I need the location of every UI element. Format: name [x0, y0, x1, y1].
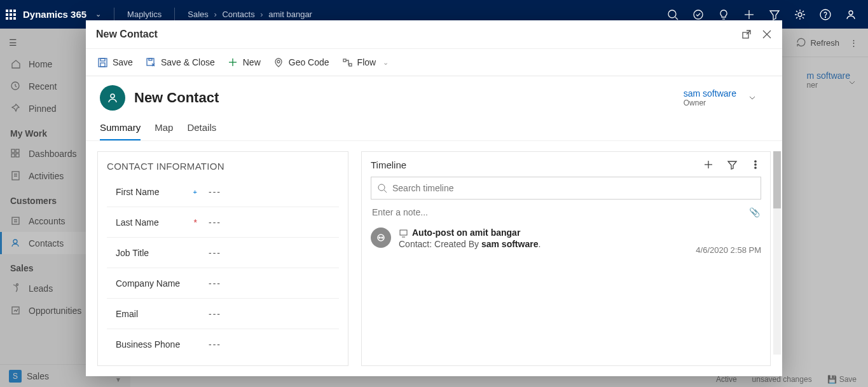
- brand-label[interactable]: Dynamics 365: [23, 9, 86, 20]
- svg-point-7: [820, 10, 830, 20]
- chevron-down-icon: ⌄: [383, 58, 389, 67]
- search-icon: [378, 184, 387, 193]
- tab-map[interactable]: Map: [155, 122, 173, 140]
- bulb-icon[interactable]: [718, 9, 729, 20]
- svg-rect-24: [100, 58, 105, 61]
- geocode-button[interactable]: Geo Code: [273, 57, 329, 68]
- svg-line-40: [384, 190, 387, 193]
- new-plus-icon: [228, 57, 238, 68]
- timeline-more-icon[interactable]: [750, 160, 761, 170]
- svg-point-33: [111, 94, 114, 98]
- svg-point-8: [825, 17, 826, 17]
- required-indicator: *: [194, 217, 197, 227]
- contact-info-heading: CONTACT INFORMATION: [98, 161, 348, 177]
- svg-point-30: [277, 60, 280, 63]
- note-placeholder: Enter a note...: [372, 207, 428, 217]
- svg-rect-27: [149, 58, 152, 60]
- record-title: New Contact: [134, 90, 219, 106]
- svg-point-36: [755, 161, 756, 162]
- popout-icon[interactable]: [741, 29, 752, 39]
- svg-point-39: [378, 184, 385, 191]
- location-icon: [273, 57, 284, 68]
- user-icon[interactable]: [845, 9, 857, 20]
- flow-icon: [342, 57, 353, 68]
- timeline-heading: Timeline: [371, 160, 406, 170]
- filter-icon[interactable]: [769, 9, 780, 20]
- modal-command-bar: Save Save & Close New Geo Code Flow ⌄: [86, 48, 782, 76]
- search-icon[interactable]: [667, 9, 679, 20]
- recommended-indicator: +: [193, 188, 197, 196]
- owner-name: sam software: [684, 88, 736, 98]
- field-job-title[interactable]: Job Title ---: [107, 238, 339, 268]
- timeline-post: Auto-post on amit bangar Contact: Create…: [371, 227, 761, 255]
- timeline-add-icon[interactable]: [703, 160, 714, 170]
- field-email[interactable]: Email ---: [107, 299, 339, 329]
- breadcrumb-contacts[interactable]: Contacts: [222, 10, 254, 19]
- svg-point-2: [694, 10, 703, 19]
- autopost-icon: [399, 228, 408, 238]
- svg-point-9: [849, 11, 853, 15]
- timeline-note-input[interactable]: Enter a note... 📎: [371, 206, 761, 219]
- contact-avatar-icon: [107, 92, 118, 104]
- new-contact-modal: New Contact Save Save & Close New Geo Co…: [86, 20, 782, 376]
- modal-scrollbar[interactable]: [773, 151, 781, 355]
- svg-point-6: [798, 13, 802, 17]
- plus-icon[interactable]: [743, 9, 755, 20]
- field-business-phone[interactable]: Business Phone ---: [107, 329, 339, 360]
- brand-chevron-icon[interactable]: ⌄: [95, 10, 101, 18]
- tab-details[interactable]: Details: [187, 122, 216, 140]
- robot-icon: [376, 233, 386, 243]
- owner-role: Owner: [684, 98, 736, 107]
- task-icon[interactable]: [692, 9, 704, 20]
- breadcrumb-sales[interactable]: Sales: [188, 10, 209, 19]
- svg-point-42: [379, 237, 380, 238]
- timeline-search[interactable]: Search timeline: [371, 177, 761, 200]
- gear-icon[interactable]: [794, 9, 806, 20]
- save-button[interactable]: Save: [97, 57, 133, 68]
- app-name[interactable]: Maplytics: [127, 10, 162, 19]
- attachment-icon[interactable]: 📎: [749, 207, 760, 217]
- post-title: Auto-post on amit bangar: [412, 227, 520, 238]
- svg-point-37: [755, 164, 756, 165]
- svg-rect-31: [343, 59, 346, 62]
- save-close-icon: [146, 57, 156, 68]
- svg-point-38: [755, 167, 756, 168]
- field-first-name[interactable]: First Name+ ---: [107, 177, 339, 207]
- save-icon: [97, 57, 108, 68]
- post-author: sam software: [481, 239, 538, 249]
- svg-rect-25: [100, 63, 105, 67]
- record-avatar: [100, 85, 125, 111]
- post-avatar: [371, 227, 391, 248]
- post-date: 4/6/2020 2:58 PM: [696, 227, 761, 255]
- record-owner[interactable]: sam software Owner: [684, 88, 768, 107]
- field-last-name[interactable]: Last Name* ---: [107, 207, 339, 238]
- flow-button[interactable]: Flow ⌄: [342, 57, 389, 68]
- modal-title: New Contact: [96, 29, 158, 40]
- save-close-button[interactable]: Save & Close: [146, 57, 215, 68]
- svg-point-43: [382, 237, 383, 238]
- chevron-down-icon[interactable]: [748, 93, 757, 102]
- breadcrumb-record[interactable]: amit bangar: [268, 10, 312, 19]
- close-icon[interactable]: [762, 29, 772, 39]
- new-button[interactable]: New: [228, 57, 261, 68]
- timeline-filter-icon[interactable]: [727, 160, 738, 170]
- contact-info-panel: CONTACT INFORMATION First Name+ --- Last…: [97, 151, 348, 366]
- field-company-name[interactable]: Company Name ---: [107, 268, 339, 299]
- svg-rect-32: [349, 64, 352, 66]
- timeline-panel: Timeline Search timeline Enter a note...…: [361, 151, 771, 366]
- timeline-search-placeholder: Search timeline: [392, 183, 454, 193]
- svg-line-1: [675, 17, 678, 20]
- svg-rect-44: [400, 230, 407, 235]
- help-icon[interactable]: [820, 9, 831, 20]
- record-tabs: Summary Map Details: [86, 111, 782, 141]
- post-prefix: Contact: Created By: [399, 239, 481, 249]
- svg-point-0: [668, 10, 676, 18]
- tab-summary[interactable]: Summary: [100, 122, 141, 140]
- app-launcher-icon[interactable]: [5, 9, 17, 20]
